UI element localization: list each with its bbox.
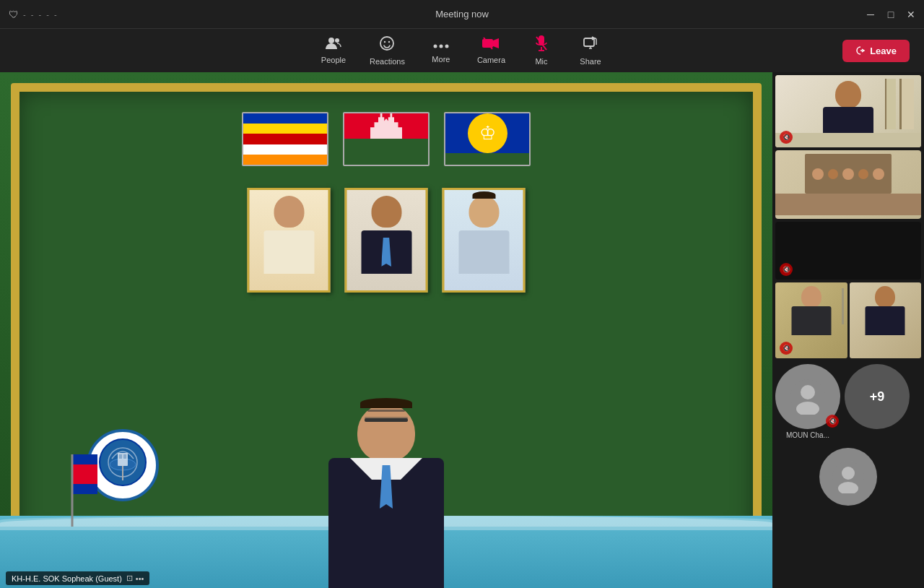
participant-1-bg: 🔇 — [775, 75, 921, 147]
participant-avatar-moun: 🔇 — [775, 364, 840, 429]
camera-button[interactable]: Camera — [468, 34, 514, 67]
main-video-area: ♔ — [0, 72, 772, 588]
leave-label: Leave — [870, 46, 897, 56]
participant-video-3: 🔇 — [775, 222, 921, 280]
security-area: 🛡 - - - - - — [9, 9, 58, 20]
mic-icon — [535, 35, 548, 55]
participant-video-1: 🔇 — [775, 75, 921, 147]
share-icon — [583, 35, 598, 55]
badge-more-icon[interactable]: ••• — [136, 574, 144, 583]
titlebar-title: Meeting now — [435, 9, 489, 20]
share-label: Share — [580, 57, 601, 66]
mic-label: Mic — [535, 57, 547, 66]
security-text: - - - - - — [23, 10, 58, 19]
name-badge: KH-H.E. SOK Sopheak (Guest) ⊡ ••• — [6, 571, 149, 585]
cambodia-flag — [343, 112, 430, 166]
speaker-figure — [285, 371, 487, 588]
bottom-participants: 🔇 MOUN Cha... +9 — [775, 361, 921, 442]
maximize-button[interactable]: □ — [885, 9, 897, 20]
participant-count-avatar: +9 — [845, 364, 910, 429]
svg-point-6 — [439, 45, 443, 48]
last-participant — [775, 445, 921, 509]
titlebar-controls: ─ □ ✕ — [865, 9, 917, 20]
last-participant-avatar — [819, 448, 877, 506]
minimize-button[interactable]: ─ — [865, 9, 876, 20]
reactions-icon — [379, 35, 395, 55]
participant-avatar-wrap-count: +9 — [845, 364, 910, 429]
participant-video-5 — [850, 282, 922, 358]
security-icon: 🛡 — [9, 9, 19, 20]
moun-mute-icon: 🔇 — [826, 415, 839, 428]
flags-row: ♔ — [242, 112, 531, 166]
more-icon — [433, 38, 449, 53]
leave-button[interactable]: Leave — [842, 40, 910, 62]
svg-point-7 — [445, 45, 448, 48]
portrait-3 — [443, 188, 526, 293]
camera-icon — [482, 37, 500, 53]
svg-point-31 — [842, 467, 855, 480]
svg-point-5 — [433, 45, 437, 48]
more-button[interactable]: More — [419, 35, 463, 66]
participant-video-2 — [775, 150, 921, 219]
svg-point-0 — [328, 38, 334, 43]
close-button[interactable]: ✕ — [905, 9, 917, 20]
people-icon — [326, 37, 341, 53]
participant-avatar-wrap-1: 🔇 MOUN Cha... — [775, 364, 840, 439]
participant-video-split: 🔇 — [775, 282, 921, 358]
badge-screen-icon[interactable]: ⊡ — [126, 574, 133, 583]
speaker-head — [357, 404, 415, 462]
main-content: ♔ — [0, 72, 924, 588]
svg-point-28 — [801, 385, 815, 399]
speaker-area — [0, 357, 772, 588]
camera-label: Camera — [477, 56, 505, 64]
people-button[interactable]: People — [312, 34, 355, 67]
moun-name: MOUN Cha... — [786, 431, 829, 439]
buddhist-flag — [242, 112, 328, 166]
royal-emblem: ♔ — [468, 113, 507, 153]
participant-4-mute-icon: 🔇 — [780, 342, 793, 355]
reactions-label: Reactions — [370, 57, 405, 66]
royal-flag: ♔ — [444, 112, 531, 166]
participant-video-4: 🔇 — [775, 282, 847, 358]
toolbar: People Reactions More — [0, 29, 924, 72]
right-panel: 🔇 🔇 — [772, 72, 924, 588]
participant-1-mute-icon: 🔇 — [780, 131, 793, 144]
reactions-button[interactable]: Reactions — [361, 33, 414, 69]
participant-count-label: +9 — [870, 389, 885, 405]
people-label: People — [321, 56, 346, 64]
svg-point-1 — [335, 38, 339, 43]
badge-icons: ⊡ ••• — [126, 574, 144, 583]
mic-button[interactable]: Mic — [520, 33, 563, 69]
more-label: More — [432, 55, 450, 64]
speaker-name: KH-H.E. SOK Sopheak (Guest) — [12, 574, 122, 583]
share-button[interactable]: Share — [569, 33, 612, 69]
svg-point-3 — [384, 41, 385, 43]
titlebar: 🛡 - - - - - Meeting now ─ □ ✕ — [0, 0, 924, 29]
dark-screen — [775, 222, 921, 280]
portrait-2 — [345, 188, 428, 293]
svg-marker-10 — [493, 38, 499, 48]
participant-3-mute-icon: 🔇 — [780, 263, 793, 276]
main-video-background: ♔ — [0, 72, 772, 588]
speaker-body — [328, 458, 444, 588]
portrait-1 — [248, 188, 331, 293]
portraits-row — [248, 188, 526, 293]
svg-point-4 — [388, 41, 390, 43]
